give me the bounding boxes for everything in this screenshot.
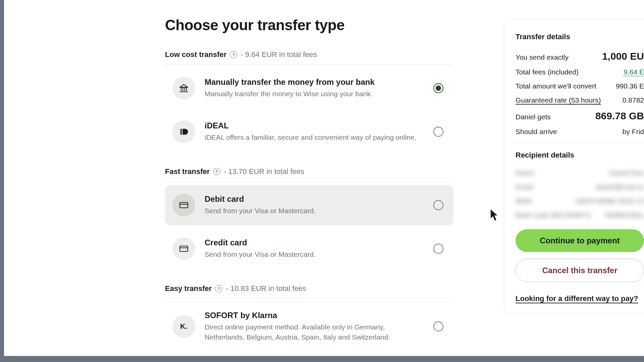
alt-payment-link[interactable]: Looking for a different way to pay? — [516, 294, 644, 303]
convert-value: 990.36 E — [616, 82, 644, 90]
klarna-icon: K. — [172, 315, 195, 338]
section-title-low: Low cost transfer — [165, 50, 226, 59]
recipient-details-heading: Recipient details — [516, 151, 644, 160]
transfer-details-heading: Transfer details — [516, 33, 644, 41]
svg-rect-7 — [180, 202, 188, 208]
divider — [516, 142, 644, 143]
section-title-easy: Easy transfer — [165, 284, 212, 293]
convert-label: Total amount we'll convert — [516, 82, 596, 90]
section-header-fast: Fast transfer ? - 13.70 EUR in total fee… — [165, 167, 453, 182]
option-ideal[interactable]: iDEAL iDEAL offers a familiar, secure an… — [165, 112, 453, 152]
card-icon — [172, 237, 195, 260]
left-edge — [0, 0, 4, 362]
radio-credit[interactable] — [433, 244, 443, 254]
option-desc: Send from your Visa or Mastercard. — [205, 249, 424, 259]
svg-rect-6 — [180, 129, 182, 135]
help-icon[interactable]: ? — [213, 168, 220, 175]
card-icon — [172, 194, 195, 217]
fees-value: 9.64 E — [624, 68, 644, 76]
option-sofort[interactable]: K. SOFORT by Klarna Direct online paymen… — [165, 302, 453, 351]
rate-label[interactable]: Guaranteed rate (53 hours) — [516, 96, 601, 104]
svg-rect-9 — [180, 246, 188, 251]
continue-button[interactable]: Continue to payment — [516, 229, 644, 252]
option-title: Debit card — [205, 194, 424, 204]
section-title-fast: Fast transfer — [165, 167, 210, 176]
fees-label: Total fees (included) — [516, 68, 579, 76]
section-header-easy: Easy transfer ? - 10.83 EUR in total fee… — [165, 284, 453, 299]
arrive-label: Should arrive — [516, 128, 557, 136]
arrive-value: by Frid — [623, 128, 644, 136]
option-desc: Manually transfer the money to Wise usin… — [205, 89, 424, 99]
section-fees-easy: - 10.83 EUR in total fees — [226, 284, 306, 293]
radio-bank[interactable] — [433, 83, 443, 93]
option-title: iDEAL — [205, 121, 424, 130]
option-desc: Send from your Visa or Mastercard. — [205, 206, 424, 216]
radio-sofort[interactable] — [433, 321, 443, 331]
option-title: Credit card — [205, 238, 424, 247]
help-icon[interactable]: ? — [230, 51, 237, 58]
option-title: Manually transfer the money from your ba… — [205, 77, 424, 87]
transfer-details-panel: Transfer details You send exactly 1,000 … — [504, 19, 644, 313]
cancel-button[interactable]: Cancel this transfer — [516, 259, 644, 282]
section-fees-low: - 9.64 EUR in total fees — [240, 50, 317, 59]
gets-value: 869.78 GB — [595, 110, 644, 122]
recipient-blurred: NameDaniel Doe Emaildaniel@mail.co IBANG… — [516, 169, 644, 219]
bank-icon — [172, 77, 195, 100]
option-bank-transfer[interactable]: Manually transfer the money from your ba… — [165, 68, 453, 108]
radio-debit[interactable] — [433, 200, 443, 210]
radio-ideal[interactable] — [433, 127, 443, 137]
help-icon[interactable]: ? — [215, 285, 222, 292]
option-credit-card[interactable]: Credit card Send from your Visa or Maste… — [165, 229, 453, 269]
ideal-icon — [172, 120, 195, 143]
option-desc: Direct online payment method. Available … — [205, 322, 424, 343]
option-debit-card[interactable]: Debit card Send from your Visa or Master… — [165, 185, 453, 225]
section-header-low: Low cost transfer ? - 9.64 EUR in total … — [165, 50, 453, 65]
page-title: Choose your transfer type — [165, 17, 453, 34]
option-title: SOFORT by Klarna — [205, 311, 424, 320]
section-fees-fast: - 13.70 EUR in total fees — [224, 167, 304, 176]
svg-rect-0 — [180, 87, 187, 87]
send-value: 1,000 EU — [602, 51, 644, 62]
rate-value: 0.8782 — [623, 96, 644, 104]
gets-label: Daniel gets — [516, 113, 551, 121]
send-label: You send exactly — [516, 53, 569, 61]
option-desc: iDEAL offers a familiar, secure and conv… — [205, 132, 424, 142]
bottom-edge — [0, 356, 644, 362]
